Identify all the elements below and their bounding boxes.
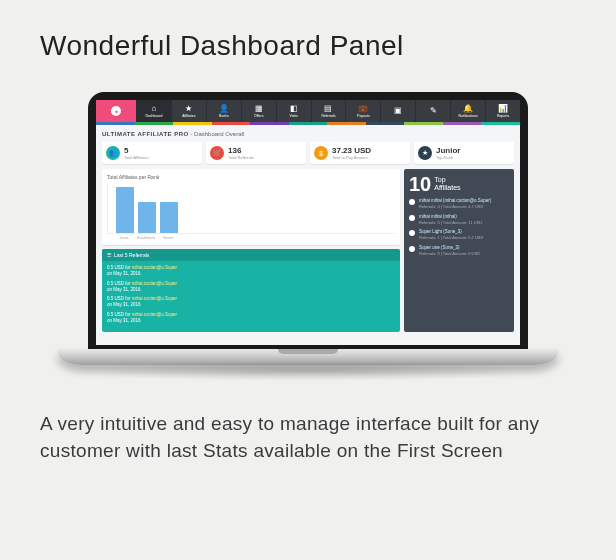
app-logo[interactable]: ✦ (96, 100, 136, 122)
top-number: 10 (409, 174, 431, 194)
accent-bar (96, 122, 520, 125)
stat-value: 136 (228, 146, 254, 155)
nav-icon: ▦ (255, 105, 263, 113)
referral-item: 0.5 USD for mihai.cocian@o.Superon May 3… (107, 281, 395, 294)
nav-icon: ⌂ (152, 105, 157, 113)
nav-label: Ranks (219, 114, 229, 118)
nav-item-6[interactable]: 💼Payouts (345, 100, 380, 122)
chart-bar (138, 202, 156, 233)
affiliate-item: Super one (Sune_3)Referrals: 0 | Total A… (409, 245, 509, 257)
list-icon: ☰ (107, 252, 111, 258)
top-title: TopAffiliates (434, 176, 460, 191)
stat-value: 5 (124, 146, 148, 155)
nav-icon: ◧ (290, 105, 298, 113)
affiliate-item: Super Light (Sune_3)Referrals: 1 | Total… (409, 229, 509, 241)
referral-item: 0.5 USD for mihai.cocian@o.Superon May 3… (107, 265, 395, 278)
stat-icon: ★ (418, 146, 432, 160)
stat-card: 🛒136Total Referrals (206, 142, 306, 164)
referral-item: 0.5 USD for mihai.cocian@o.Superon May 3… (107, 296, 395, 309)
stat-label: Total to Pay Amount (332, 155, 371, 160)
chart-bar (160, 202, 178, 233)
nav-item-2[interactable]: 👤Ranks (206, 100, 241, 122)
nav-item-5[interactable]: ▤Referrals (311, 100, 346, 122)
chart-title: Total Affiliates per Rank (107, 174, 395, 180)
nav-label: Dashboard (145, 114, 162, 118)
nav-label: Visits (289, 114, 297, 118)
stat-value: Junior (436, 146, 460, 155)
nav-icon: 🔔 (463, 105, 473, 113)
page-title: Wonderful Dashboard Panel (40, 30, 576, 62)
stat-label: Total Referrals (228, 155, 254, 160)
nav-label: Notifications (459, 114, 478, 118)
chart-bar (116, 187, 134, 233)
stat-icon: 🛒 (210, 146, 224, 160)
stat-card: $37.23 USDTotal to Pay Amount (310, 142, 410, 164)
nav-item-9[interactable]: 🔔Notifications (450, 100, 485, 122)
laptop-mockup: ✦ ⌂Dashboard★Affiliates👤Ranks▦Offers◧Vis… (88, 92, 528, 381)
referrals-header: ☰ Last 5 Referrals (102, 249, 400, 261)
page-description: A very intuitive and easy to manage inte… (40, 411, 576, 464)
nav-item-7[interactable]: ▣ (380, 100, 415, 122)
nav-icon: ▤ (324, 105, 332, 113)
referral-item: 0.5 USD for mihai.cocian@o.Superon May 3… (107, 312, 395, 325)
stat-icon: $ (314, 146, 328, 160)
nav-icon: 👤 (219, 105, 229, 113)
nav-item-3[interactable]: ▦Offers (241, 100, 276, 122)
nav-item-4[interactable]: ◧Visits (276, 100, 311, 122)
nav-icon: ✎ (430, 107, 437, 115)
stat-label: Total Affiliates (124, 155, 148, 160)
top-affiliates-panel: 10 TopAffiliates mihai mihai (mihai.coci… (404, 169, 514, 332)
stat-value: 37.23 USD (332, 146, 371, 155)
nav-item-0[interactable]: ⌂Dashboard (136, 100, 171, 122)
referrals-panel: ☰ Last 5 Referrals 0.5 USD for mihai.coc… (102, 249, 400, 332)
nav-label: Offers (254, 114, 263, 118)
nav-icon: ▣ (394, 107, 402, 115)
top-nav: ✦ ⌂Dashboard★Affiliates👤Ranks▦Offers◧Vis… (96, 100, 520, 122)
nav-label: Affiliates (182, 114, 195, 118)
chart-panel: Total Affiliates per Rank JuniorEstablis… (102, 169, 400, 245)
nav-item-1[interactable]: ★Affiliates (171, 100, 206, 122)
affiliate-item: mihai mihai (mihai.cocian@o.Super)Referr… (409, 198, 509, 210)
nav-icon: 📊 (498, 105, 508, 113)
bar-chart (107, 184, 395, 234)
stat-cards: 👥5Total Affiliates🛒136Total Referrals$37… (102, 142, 514, 164)
stat-card: 👥5Total Affiliates (102, 142, 202, 164)
stat-icon: 👥 (106, 146, 120, 160)
breadcrumb: ULTIMATE AFFILIATE PRO - Dashboard Overa… (102, 131, 514, 137)
nav-icon: 💼 (358, 105, 368, 113)
nav-item-8[interactable]: ✎ (415, 100, 450, 122)
nav-label: Payouts (357, 114, 370, 118)
logo-icon: ✦ (111, 106, 121, 116)
nav-item-10[interactable]: 📊Reports (485, 100, 520, 122)
stat-card: ★JuniorTop Rank (414, 142, 514, 164)
dashboard-screen: ✦ ⌂Dashboard★Affiliates👤Ranks▦Offers◧Vis… (96, 100, 520, 345)
stat-label: Top Rank (436, 155, 460, 160)
nav-label: Reports (497, 114, 509, 118)
nav-icon: ★ (185, 105, 192, 113)
nav-label: Referrals (321, 114, 335, 118)
affiliate-item: mihai mihai (mihai)Referrals: 5 | Total … (409, 214, 509, 226)
